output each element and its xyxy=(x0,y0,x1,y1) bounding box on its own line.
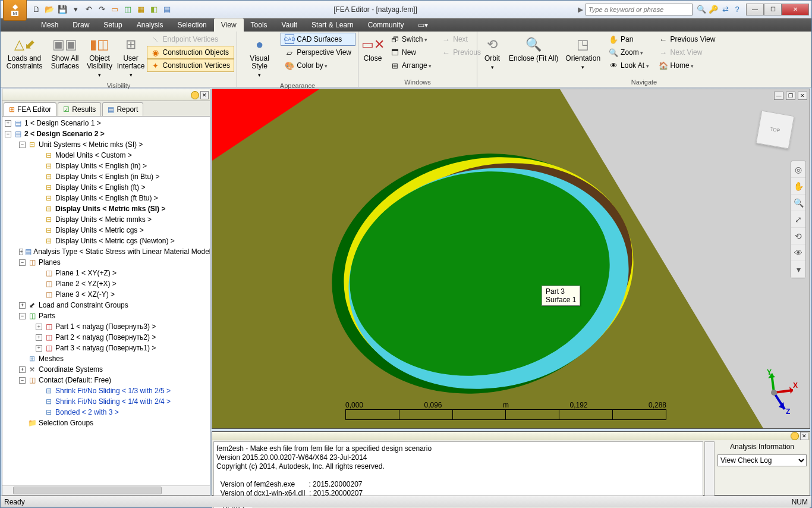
console-pin-icon[interactable] xyxy=(791,432,799,440)
construction-vertices-button[interactable]: ✦Construction Vertices xyxy=(147,59,234,72)
new-button[interactable]: 🗖New xyxy=(386,46,436,59)
console-vscroll[interactable] xyxy=(704,441,715,501)
mdi-close-icon[interactable]: ✕ xyxy=(798,92,807,100)
tree-ds1[interactable]: +▤1 < Design Scenario 1 > xyxy=(2,118,210,128)
3d-viewport[interactable]: — ❐ ✕ TOP ◎ ✋ 🔍 ⤢ ⟲ 👁 ▾ Part 3 Surface 1 xyxy=(212,89,810,429)
orientation-button[interactable]: ◳Orientation▾ xyxy=(562,33,603,73)
tab-setup[interactable]: Setup xyxy=(96,18,129,32)
perspective-view-button[interactable]: ▱Perspective View xyxy=(281,46,355,59)
tree-planes[interactable]: −◫Planes xyxy=(2,257,210,268)
maximize-button[interactable]: ☐ xyxy=(764,4,782,15)
pan-button[interactable]: ✋Pan xyxy=(605,33,653,46)
tab-analysis[interactable]: Analysis xyxy=(130,18,171,32)
exchange-icon[interactable]: ⇄ xyxy=(720,4,731,15)
qat-box-icon[interactable]: ▭ xyxy=(109,4,121,15)
next-view-button[interactable]: →Next View xyxy=(654,46,720,59)
pane-close-icon[interactable]: ✕ xyxy=(200,91,209,99)
key-icon[interactable]: 🔑 xyxy=(708,4,719,15)
tree-plane2[interactable]: ◫Plane 2 < YZ(+X) > xyxy=(2,278,210,289)
console-output[interactable]: fem2esh - Make esh file from fem file fo… xyxy=(213,441,703,501)
tree-part2[interactable]: +◫Part 2 < natyag (Повернуть2) > xyxy=(2,332,210,343)
tree-du-ft[interactable]: ⊟Display Units < English (ft) > xyxy=(2,182,210,193)
tree-part1[interactable]: +◫Part 1 < natyag (Повернуть3) > xyxy=(2,321,210,332)
tree-plane3[interactable]: ◫Plane 3 < XZ(-Y) > xyxy=(2,289,210,300)
look-at-button[interactable]: 👁Look At xyxy=(605,59,653,72)
tab-vault[interactable]: Vault xyxy=(275,18,304,32)
tree-load-groups[interactable]: +⬋Load and Constraint Groups xyxy=(2,300,210,311)
visual-style-button[interactable]: ●Visual Style▾ xyxy=(240,33,279,81)
pin-icon[interactable] xyxy=(191,91,199,99)
mdi-restore-icon[interactable]: ❐ xyxy=(786,92,795,100)
model-tree[interactable]: +▤1 < Design Scenario 1 > −▤2 < Design S… xyxy=(2,117,210,485)
orbit-button[interactable]: ⟲Orbit▾ xyxy=(480,33,505,73)
qat-new-icon[interactable]: 🗋 xyxy=(30,4,42,15)
tab-selection[interactable]: Selection xyxy=(170,18,213,32)
nav-zoom-ext-icon[interactable]: ⤢ xyxy=(791,211,805,228)
qat-report-icon[interactable]: ▤ xyxy=(161,4,173,15)
endpoint-vertices-button[interactable]: ⟍Endpoint Vertices xyxy=(147,33,234,46)
show-all-surfaces-button[interactable]: ▣▣Show All Surfaces xyxy=(47,33,83,72)
color-by-button[interactable]: 🎨Color by xyxy=(281,59,355,72)
qat-undo-icon[interactable]: ↶ xyxy=(83,4,95,15)
tab-mesh[interactable]: Mesh xyxy=(34,18,65,32)
tree-shrink2[interactable]: ⊟Shrink Fit/No Sliding < 1/4 with 2/4 > xyxy=(2,396,210,407)
tab-community[interactable]: Community xyxy=(361,18,411,32)
arrange-button[interactable]: ⊞Arrange xyxy=(386,59,436,72)
tree-bonded[interactable]: ⊟Bonded < 2 with 3 > xyxy=(2,407,210,418)
tab-tools[interactable]: Tools xyxy=(244,18,275,32)
close-button[interactable]: ✕ xyxy=(782,4,809,15)
tree-du-si[interactable]: ⊟Display Units < Metric mks (SI) > xyxy=(2,203,210,214)
tree-parts[interactable]: −◫Parts xyxy=(2,311,210,321)
qat-chart-icon[interactable]: ◧ xyxy=(148,4,160,15)
help-icon[interactable]: ? xyxy=(732,4,742,15)
tree-analysis-type[interactable]: +▤Analysis Type < Static Stress with Lin… xyxy=(2,246,210,257)
tree-unit-systems[interactable]: −⊟Unit Systems < Metric mks (SI) > xyxy=(2,139,210,150)
qat-cube-icon[interactable]: ◫ xyxy=(122,4,134,15)
tree-du-ft-btu[interactable]: ⊟Display Units < English (ft Btu) > xyxy=(2,193,210,203)
cad-surfaces-button[interactable]: CADCAD Surfaces xyxy=(281,33,355,46)
tree-meshes[interactable]: ⊞Meshes xyxy=(2,353,210,364)
minimize-button[interactable]: — xyxy=(746,4,764,15)
tree-shrink1[interactable]: ⊟Shrink Fit/No Sliding < 1/3 with 2/5 > xyxy=(2,385,210,396)
tab-start-learn[interactable]: Start & Learn xyxy=(304,18,361,32)
nav-orbit-icon[interactable]: ⟲ xyxy=(791,228,805,244)
pane-tab-results[interactable]: ☑Results xyxy=(58,102,101,116)
tab-overflow-icon[interactable]: ▭▾ xyxy=(411,18,435,32)
binoculars-icon[interactable]: 🔍 xyxy=(696,4,707,15)
search-arrow-icon[interactable]: ▶ xyxy=(578,5,583,14)
tree-du-mmks[interactable]: ⊟Display Units < Metric mmks > xyxy=(2,214,210,225)
enclose-button[interactable]: 🔍Enclose (Fit All) xyxy=(506,33,561,64)
qat-dropdown-icon[interactable]: ▾ xyxy=(70,4,81,15)
viewcube[interactable]: TOP xyxy=(756,111,795,149)
tree-sel-groups[interactable]: 📁Selection Groups xyxy=(2,418,210,428)
object-visibility-button[interactable]: ▮◫Object Visibility▾ xyxy=(84,33,115,81)
pane-tab-report[interactable]: ▤Report xyxy=(102,102,143,116)
tab-draw[interactable]: Draw xyxy=(65,18,96,32)
tree-ds2[interactable]: −▤2 < Design Scenario 2 > xyxy=(2,128,210,139)
tab-view[interactable]: View xyxy=(214,18,244,32)
tree-du-cgs[interactable]: ⊟Display Units < Metric cgs > xyxy=(2,225,210,236)
home-button[interactable]: 🏠Home xyxy=(654,59,720,72)
zoom-button[interactable]: 🔍Zoom xyxy=(605,46,653,59)
nav-lookat-icon[interactable]: 👁 xyxy=(791,244,805,261)
tree-du-cgs-n[interactable]: ⊟Display Units < Metric cgs (Newton) > xyxy=(2,236,210,246)
tree-part3[interactable]: +◫Part 3 < natyag (Повернуть1) > xyxy=(2,343,210,353)
tree-contact[interactable]: −◫Contact (Default: Free) xyxy=(2,375,210,385)
qat-redo-icon[interactable]: ↷ xyxy=(96,4,108,15)
loads-constraints-button[interactable]: △⬋Loads and Constraints xyxy=(3,33,46,72)
nav-more-icon[interactable]: ▾ xyxy=(791,261,805,278)
nav-wheel-icon[interactable]: ◎ xyxy=(791,161,805,178)
tree-plane1[interactable]: ◫Plane 1 < XY(+Z) > xyxy=(2,268,210,278)
tree-du-in[interactable]: ⊟Display Units < English (in) > xyxy=(2,161,210,171)
search-input[interactable] xyxy=(586,4,693,15)
view-log-select[interactable]: View Check Log xyxy=(717,454,807,466)
tree-coord[interactable]: +⤧Coordinate Systems xyxy=(2,364,210,375)
qat-save-icon[interactable]: 💾 xyxy=(56,4,68,15)
tree-model-units[interactable]: ⊟Model Units < Custom > xyxy=(2,150,210,161)
close-button-ribbon[interactable]: ▭✕Close xyxy=(361,33,385,64)
nav-zoom-icon[interactable]: 🔍 xyxy=(791,195,805,211)
construction-objects-button[interactable]: ◉Construction Objects xyxy=(147,46,234,59)
user-interface-button[interactable]: ⊞User Interface▾ xyxy=(117,33,146,81)
switch-button[interactable]: 🗗Switch xyxy=(386,33,436,46)
tree-hscroll[interactable] xyxy=(2,485,210,495)
